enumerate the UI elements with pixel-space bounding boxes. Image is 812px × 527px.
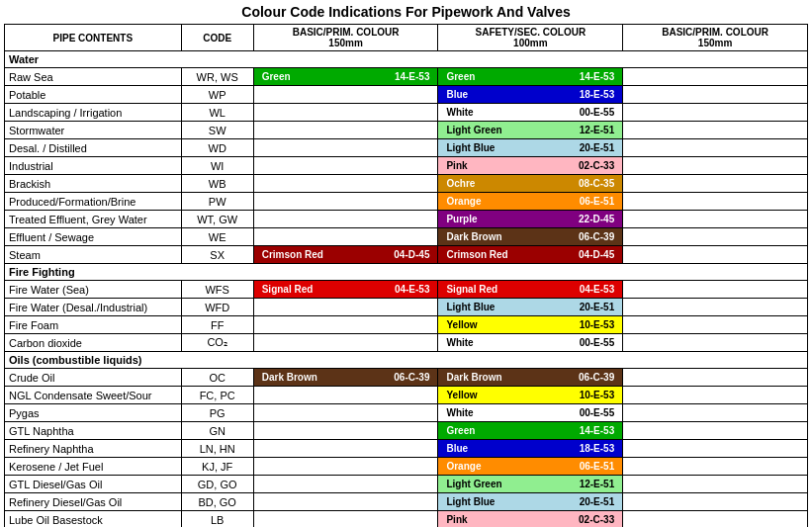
pipe-contents-cell: NGL Condensate Sweet/Sour	[5, 387, 182, 404]
section-header-row: Fire Fighting	[5, 264, 808, 281]
safety-colour-name: Light Blue	[446, 142, 495, 153]
basic1-colour-cell	[253, 157, 438, 175]
section-header: Oils (combustible liquids)	[5, 352, 808, 369]
code-cell: WB	[181, 175, 253, 193]
basic2-colour-cell	[623, 476, 808, 493]
basic1-colour-cell	[253, 86, 438, 104]
safety-colour-code: 22-D-45	[579, 214, 614, 224]
basic1-colour-cell	[253, 139, 438, 157]
safety-colour-name: Dark Brown	[446, 231, 501, 242]
pipe-contents-cell: Stormwater	[5, 122, 182, 139]
table-row: IndustrialWIPink02-C-33	[5, 157, 808, 175]
safety-colour-name: Yellow	[446, 390, 477, 400]
code-cell: WR, WS	[181, 68, 253, 86]
safety-colour-name: Light Blue	[446, 302, 495, 312]
safety-colour-code: 14-E-53	[580, 425, 615, 436]
basic1-colour-cell	[253, 316, 438, 334]
safety-colour-name: Light Blue	[446, 496, 495, 507]
safety-colour-code: 12-E-51	[580, 125, 615, 135]
safety-colour-code: 18-E-53	[580, 443, 615, 454]
safety-colour-cell: Dark Brown06-C-39	[438, 228, 623, 246]
basic2-colour-cell	[623, 440, 808, 458]
safety-colour-name: Light Green	[446, 479, 501, 489]
safety-colour-code: 14-E-53	[580, 71, 615, 82]
safety-colour-code: 20-E-51	[580, 496, 615, 507]
code-cell: WI	[181, 157, 253, 175]
header-code: CODE	[181, 25, 253, 51]
code-cell: WD	[181, 139, 253, 157]
page-title: Colour Code Indications For Pipework And…	[4, 4, 808, 20]
safety-colour-name: White	[446, 407, 473, 418]
safety-colour-code: 20-E-51	[580, 142, 615, 153]
safety-colour-cell: White00-E-55	[438, 104, 623, 122]
header-pipe-contents: PIPE CONTENTS	[5, 25, 182, 51]
table-row: PotableWPBlue18-E-53	[5, 86, 808, 104]
safety-colour-cell: Blue18-E-53	[438, 86, 623, 104]
section-header: Fire Fighting	[5, 264, 808, 281]
safety-colour-code: 06-E-51	[580, 461, 615, 472]
table-row: Treated Effluent, Grey WaterWT, GWPurple…	[5, 211, 808, 228]
basic1-colour-name: Green	[262, 71, 291, 82]
basic2-colour-cell	[623, 122, 808, 139]
safety-colour-cell: Dark Brown06-C-39	[438, 369, 623, 387]
table-row: Fire Water (Desal./Industrial)WFDLight B…	[5, 299, 808, 316]
safety-colour-name: Dark Brown	[446, 372, 501, 383]
code-cell: SW	[181, 122, 253, 139]
basic1-colour-cell	[253, 211, 438, 228]
pipe-contents-cell: Potable	[5, 86, 182, 104]
safety-colour-code: 00-E-55	[580, 107, 615, 118]
safety-colour-name: Pink	[446, 160, 467, 171]
code-cell: BD, GO	[181, 493, 253, 511]
basic2-colour-cell	[623, 228, 808, 246]
table-row: GTL Diesel/Gas OilGD, GOLight Green12-E-…	[5, 476, 808, 493]
pipe-contents-cell: Desal. / Distilled	[5, 139, 182, 157]
pipe-contents-cell: Produced/Formation/Brine	[5, 193, 182, 211]
basic2-colour-cell	[623, 316, 808, 334]
table-row: StormwaterSWLight Green12-E-51	[5, 122, 808, 139]
table-row: Fire FoamFFYellow10-E-53	[5, 316, 808, 334]
pipe-contents-cell: Refinery Diesel/Gas Oil	[5, 493, 182, 511]
code-cell: FF	[181, 316, 253, 334]
basic2-colour-cell	[623, 334, 808, 352]
basic2-colour-cell	[623, 458, 808, 476]
safety-colour-code: 06-E-51	[580, 196, 615, 207]
code-cell: WFS	[181, 281, 253, 299]
safety-colour-cell: Signal Red04-E-53	[438, 281, 623, 299]
safety-colour-code: 02-C-33	[579, 160, 614, 171]
code-cell: PG	[181, 404, 253, 422]
table-row: PygasPGWhite00-E-55	[5, 404, 808, 422]
safety-colour-code: 12-E-51	[580, 479, 615, 489]
safety-colour-code: 20-E-51	[580, 302, 615, 312]
basic1-colour-cell: Green14-E-53	[253, 68, 438, 86]
basic1-colour-cell	[253, 422, 438, 440]
safety-colour-cell: Green14-E-53	[438, 422, 623, 440]
safety-colour-name: Signal Red	[446, 284, 497, 295]
safety-colour-name: Orange	[446, 196, 481, 207]
basic1-colour-cell	[253, 476, 438, 493]
basic2-colour-cell	[623, 281, 808, 299]
safety-colour-cell: White00-E-55	[438, 404, 623, 422]
basic1-colour-code: 06-C-39	[394, 372, 429, 383]
basic2-colour-cell	[623, 175, 808, 193]
table-row: NGL Condensate Sweet/SourFC, PCYellow10-…	[5, 387, 808, 404]
table-row: Crude OilOCDark Brown06-C-39Dark Brown06…	[5, 369, 808, 387]
basic2-colour-cell	[623, 211, 808, 228]
safety-colour-cell: Light Green12-E-51	[438, 476, 623, 493]
basic1-colour-cell	[253, 299, 438, 316]
safety-colour-cell: Light Blue20-E-51	[438, 139, 623, 157]
basic1-colour-cell	[253, 511, 438, 528]
basic1-colour-cell	[253, 334, 438, 352]
basic2-colour-cell	[623, 139, 808, 157]
safety-colour-code: 10-E-53	[580, 390, 615, 400]
basic2-colour-cell	[623, 299, 808, 316]
code-cell: FC, PC	[181, 387, 253, 404]
basic2-colour-cell	[623, 193, 808, 211]
table-row: Raw SeaWR, WSGreen14-E-53Green14-E-53	[5, 68, 808, 86]
pipe-contents-cell: Treated Effluent, Grey Water	[5, 211, 182, 228]
pipe-contents-cell: GTL Diesel/Gas Oil	[5, 476, 182, 493]
basic1-colour-cell	[253, 228, 438, 246]
pipe-contents-cell: Lube Oil Basestock	[5, 511, 182, 528]
code-cell: WFD	[181, 299, 253, 316]
safety-colour-cell: Yellow10-E-53	[438, 316, 623, 334]
table-row: Kerosene / Jet FuelKJ, JFOrange06-E-51	[5, 458, 808, 476]
